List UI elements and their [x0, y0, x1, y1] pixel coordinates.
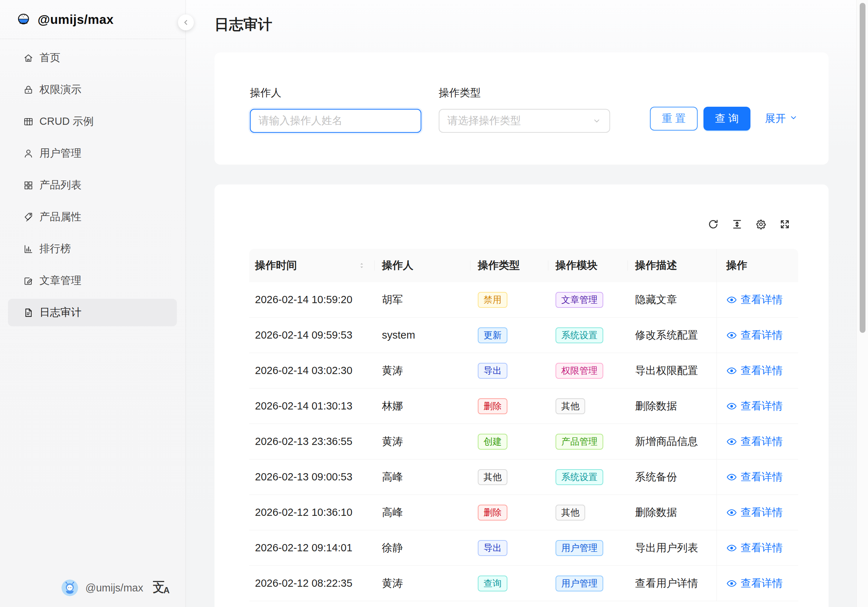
cell-action: 查看详情	[716, 353, 798, 388]
cell-type: 其他	[471, 460, 548, 495]
sidebar-item-产品属性[interactable]: 产品属性	[8, 203, 177, 231]
reload-icon[interactable]	[708, 219, 719, 230]
operator-label: 操作人	[250, 86, 422, 100]
module-tag: 系统设置	[555, 469, 603, 485]
cell-type: 创建	[471, 424, 548, 459]
operator-placeholder: 请输入操作人姓名	[259, 113, 343, 128]
cell-time: 2026-02-12 10:36:10	[249, 495, 375, 530]
sorter-icon[interactable]	[358, 260, 366, 271]
cell-desc: 删除数据	[628, 388, 716, 424]
translate-icon[interactable]: 文A	[153, 581, 170, 595]
column-header-time[interactable]: 操作时间	[249, 249, 375, 282]
chevron-left-icon	[182, 19, 190, 26]
operator-input[interactable]: 请输入操作人姓名	[250, 109, 422, 133]
table-card: 操作时间 操作人 操作类型 操作模块 操作描述 操作 2026-02-14 10…	[214, 185, 829, 607]
view-detail-link[interactable]: 查看详情	[726, 399, 783, 413]
module-tag: 用户管理	[555, 576, 603, 591]
sidebar-footer: @umijs/max 文A	[0, 579, 186, 607]
expand-label: 展开	[765, 112, 786, 126]
view-detail-link[interactable]: 查看详情	[726, 293, 783, 307]
column-header-type: 操作类型	[471, 249, 548, 282]
table-row: 2026-02-13 09:00:53 高峰 其他 系统设置 系统备份 查看详情	[249, 460, 798, 495]
cell-time: 2026-02-13 23:36:55	[249, 424, 375, 459]
cell-module: 文章管理	[548, 282, 628, 317]
avatar[interactable]	[62, 579, 78, 596]
sidebar-item-CRUD 示例[interactable]: CRUD 示例	[8, 108, 177, 135]
sidebar-menu: 首页 权限演示 CRUD 示例 用户管理 产品列表 产品属性 排行榜 文章管理 …	[0, 39, 186, 326]
view-detail-link[interactable]: 查看详情	[726, 328, 783, 343]
type-tag: 创建	[478, 434, 507, 450]
table-row: 2026-02-12 08:22:35 黄涛 查询 用户管理 查看用户详情 查看…	[249, 566, 798, 601]
sidebar-item-用户管理[interactable]: 用户管理	[8, 140, 177, 167]
table-row: 2026-02-14 10:59:20 胡军 禁用 文章管理 隐藏文章 查看详情	[249, 282, 798, 318]
sidebar-item-日志审计[interactable]: 日志审计	[8, 299, 177, 326]
view-detail-link[interactable]: 查看详情	[726, 363, 783, 378]
page-scrollbar	[856, 0, 868, 607]
table-row: 2026-02-14 09:59:53 system 更新 系统设置 修改系统配…	[249, 318, 798, 353]
cell-module: 用户管理	[548, 530, 628, 565]
sidebar-item-文章管理[interactable]: 文章管理	[8, 267, 177, 295]
cell-module: 系统设置	[548, 460, 628, 495]
cell-module: 产品管理	[548, 424, 628, 459]
cell-time: 2026-02-14 09:59:53	[249, 318, 375, 353]
eye-icon	[726, 365, 737, 376]
view-detail-link[interactable]: 查看详情	[726, 470, 783, 484]
chevron-down-icon	[789, 113, 798, 125]
cell-desc: 隐藏文章	[628, 282, 716, 317]
eye-icon	[726, 330, 737, 341]
eye-icon	[726, 578, 737, 589]
sidebar-item-产品列表[interactable]: 产品列表	[8, 171, 177, 199]
type-tag: 导出	[478, 363, 507, 379]
expand-toggle[interactable]: 展开	[765, 112, 798, 126]
cell-type: 禁用	[471, 282, 548, 317]
cell-type: 查询	[471, 566, 548, 601]
reset-button[interactable]: 重 置	[650, 107, 698, 130]
view-detail-link[interactable]: 查看详情	[726, 435, 783, 449]
scrollbar-thumb[interactable]	[860, 3, 865, 333]
cell-operator: 林娜	[375, 388, 471, 424]
cell-time: 2026-02-14 10:59:20	[249, 282, 375, 317]
sidebar: @umijs/max 首页 权限演示 CRUD 示例 用户管理 产品列表 产品属…	[0, 0, 186, 607]
cell-operator: 胡军	[375, 282, 471, 317]
eye-icon	[726, 507, 737, 518]
sidebar-item-首页[interactable]: 首页	[8, 44, 177, 71]
view-detail-link[interactable]: 查看详情	[726, 505, 783, 520]
operation-type-placeholder: 请选择操作类型	[447, 113, 521, 128]
cell-module: 权限管理	[548, 353, 628, 388]
cell-operator: 黄涛	[375, 566, 471, 601]
table-row: 2026-02-12 09:14:01 徐静 导出 用户管理 导出用户列表 查看…	[249, 530, 798, 566]
column-header-action: 操作	[716, 249, 798, 282]
cell-module: 用户管理	[548, 566, 628, 601]
view-detail-link[interactable]: 查看详情	[726, 541, 783, 555]
audit-log-table: 操作时间 操作人 操作类型 操作模块 操作描述 操作 2026-02-14 10…	[249, 249, 798, 601]
filter-actions: 重 置 查 询 展开	[650, 107, 798, 130]
query-button[interactable]: 查 询	[704, 107, 750, 130]
table-toolbar	[708, 219, 790, 230]
cell-action: 查看详情	[716, 530, 798, 565]
sidebar-collapse-button[interactable]	[178, 14, 194, 30]
operation-type-select[interactable]: 请选择操作类型	[439, 109, 610, 133]
module-tag: 产品管理	[555, 434, 603, 450]
brand[interactable]: @umijs/max	[0, 0, 186, 39]
cell-time: 2026-02-12 09:14:01	[249, 530, 375, 565]
view-detail-link[interactable]: 查看详情	[726, 576, 783, 591]
cell-action: 查看详情	[716, 460, 798, 495]
density-icon[interactable]	[732, 219, 742, 230]
table-row: 2026-02-13 23:36:55 黄涛 创建 产品管理 新增商品信息 查看…	[249, 424, 798, 460]
cell-action: 查看详情	[716, 424, 798, 459]
cell-time: 2026-02-14 01:30:13	[249, 388, 375, 424]
type-tag: 导出	[478, 540, 507, 556]
cell-type: 更新	[471, 318, 548, 353]
module-tag: 其他	[555, 505, 585, 520]
brand-title: @umijs/max	[37, 12, 113, 27]
bar-chart-icon	[23, 244, 34, 254]
appstore-icon	[23, 180, 34, 191]
module-tag: 文章管理	[555, 292, 603, 308]
fullscreen-icon[interactable]	[780, 219, 790, 230]
settings-icon[interactable]	[755, 219, 766, 230]
sidebar-item-排行榜[interactable]: 排行榜	[8, 235, 177, 262]
cell-operator: 高峰	[375, 495, 471, 530]
cell-action: 查看详情	[716, 318, 798, 353]
sidebar-item-权限演示[interactable]: 权限演示	[8, 76, 177, 104]
type-tag: 禁用	[478, 292, 507, 308]
